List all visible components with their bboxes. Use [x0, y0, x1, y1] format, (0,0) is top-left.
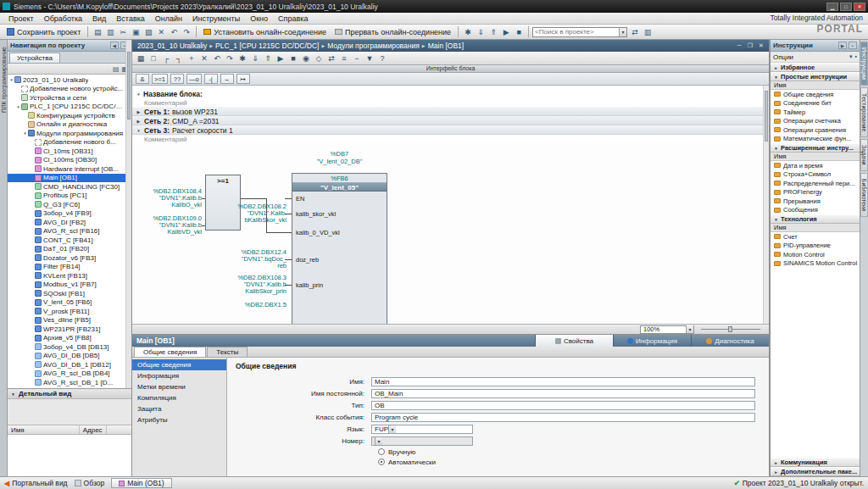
tree-item[interactable]: V_lent_05 [FB6]	[8, 298, 131, 308]
breadcrumb-item[interactable]: 2023_01_10 Uralkaliy	[136, 42, 209, 50]
network-3-comment[interactable]: Комментарий	[132, 135, 769, 143]
instruction-item[interactable]: Соединение бит	[771, 99, 860, 108]
zoom-slider-thumb[interactable]	[728, 326, 732, 332]
options-gear-icon[interactable]: ▾	[849, 53, 853, 60]
tree-item[interactable]: 3обор_v4_DB [DB13]	[8, 342, 131, 352]
tree-item[interactable]: ▾PLC_1 [CPU 1215C DC/DC/DC]	[8, 103, 131, 112]
operand-label[interactable]: %DB2.DBX1.5	[236, 302, 287, 308]
breadcrumb-item[interactable]: Модули программирования	[326, 42, 421, 50]
tree-item[interactable]: Ci_10ms [OB31]	[8, 147, 131, 156]
toolbar-cut-icon[interactable]: ✂	[117, 26, 129, 37]
subtab-Тексты[interactable]: Тексты	[207, 347, 248, 357]
minimize-button[interactable]: ▁	[826, 3, 838, 11]
menu-item-Обработка[interactable]: Обработка	[39, 13, 87, 25]
maximize-button[interactable]: □	[840, 3, 852, 11]
tree-item[interactable]: V_prosk [FB11]	[8, 307, 131, 316]
editor-cross-reference-icon[interactable]: ⇄	[326, 53, 337, 64]
tree-item[interactable]: AVG_R_scl [FB16]	[8, 227, 131, 236]
fb-pin-doz_reb[interactable]: doz_reb	[296, 257, 319, 264]
collapse-panel-icon[interactable]: ▶	[838, 42, 847, 49]
radio-Автоматически[interactable]	[378, 458, 385, 465]
editor-scrollbar[interactable]	[763, 86, 769, 324]
tree-item[interactable]: Filter [FB14]	[8, 263, 131, 272]
instruction-item[interactable]: Таймер	[771, 108, 860, 117]
caret-down-icon[interactable]: ▾	[136, 92, 142, 97]
collapse-panel-icon[interactable]: ◀	[110, 42, 119, 49]
fb-call-block[interactable]: %FB6 "V_lent_05" ENkalib_skor_vklkalib_0…	[292, 173, 387, 324]
section-Дополнительные паке...[interactable]: ▸Дополнительные паке...	[771, 467, 860, 476]
close-button[interactable]: ✕	[854, 3, 865, 11]
editor-delete-row-icon[interactable]: ✕	[198, 53, 210, 64]
network-1-header[interactable]: ▶ Сеть 1: вызов WP231	[132, 107, 769, 116]
instance-db-label[interactable]: %DB7 "V_lent_02_DB"	[292, 150, 387, 165]
tree-item[interactable]: Устройства и сети	[8, 93, 131, 103]
tree-item[interactable]: Ci_100ms [OB30]	[8, 156, 131, 165]
editor-compile-icon[interactable]: ✱	[236, 53, 248, 64]
tab-devices[interactable]: Устройства	[9, 53, 60, 63]
menu-item-Справка[interactable]: Справка	[273, 13, 313, 25]
instruction-item[interactable]: Motion Control	[771, 250, 860, 259]
editor-minimize-icon[interactable]: ─	[735, 42, 743, 49]
tree-item[interactable]: SQOskl [FB1]	[8, 289, 131, 298]
tree-item[interactable]: ▾Модули программирования	[8, 129, 131, 138]
network-3-header[interactable]: ▾ Сеть 3: Расчет скорости 1	[132, 125, 769, 135]
overview-button[interactable]: Обзор	[75, 479, 105, 487]
expander-icon[interactable]: ▾	[8, 77, 14, 82]
expander-icon[interactable]: ▾	[15, 104, 21, 109]
toolbar-split-editor-icon[interactable]: ▥	[642, 26, 654, 37]
toolbar-copy-icon[interactable]: ▣	[130, 26, 142, 37]
editor-open-branch-icon[interactable]: ┌	[160, 53, 172, 64]
tree-item[interactable]: WP231PR [FB231]	[8, 325, 131, 334]
props-nav-Метки времени[interactable]: Метки времени	[132, 381, 226, 392]
toolbar-download-to-device-icon[interactable]: ⇓	[475, 26, 487, 37]
left-edge-strip[interactable]: ПЛК программирование	[0, 40, 8, 476]
toolbar-undo-icon[interactable]: ↶	[168, 26, 180, 37]
editor-redo-icon[interactable]: ↷	[224, 53, 236, 64]
props-tab-Диагностика[interactable]: Диагностика	[691, 335, 769, 347]
tree-item[interactable]: Q_G3 [FC6]	[8, 200, 131, 209]
editor-upload-icon[interactable]: ⇑	[262, 53, 274, 64]
project-search-input[interactable]: <Поиск в проекте> ▾	[532, 27, 627, 37]
instruction-item[interactable]: Распределенный пери...	[771, 179, 860, 188]
toolbar-compile-icon[interactable]: ✱	[462, 26, 474, 37]
section-Простые инструкции[interactable]: ▾Простые инструкции	[771, 72, 860, 81]
chevron-down-icon[interactable]: ▾	[619, 28, 626, 36]
editor-close-icon[interactable]: ✕	[757, 42, 765, 49]
editor-close-branch-icon[interactable]: ┐	[173, 53, 185, 64]
block-comment[interactable]: Комментарий	[132, 98, 769, 107]
tree-item[interactable]: CMD_HANDLING [FC30]	[8, 182, 131, 192]
field-input-Имя постоянной:[interactable]: OB_Main	[371, 389, 755, 398]
fbd-network-canvas[interactable]: >=1 %DB7 "V_lent_02_DB" %FB6 "V_lent_05"…	[132, 143, 769, 324]
network-2-header[interactable]: ▶ Сеть 2: CMD_A =2031	[132, 116, 769, 125]
side-tab-Инструкции[interactable]: Инструкции	[860, 42, 868, 86]
toolbar-start-cpu-icon[interactable]: ▶	[500, 26, 512, 37]
props-nav-Защита[interactable]: Защита	[132, 403, 226, 414]
editor-help-icon[interactable]: ?	[376, 53, 388, 64]
fbd-tool-4[interactable]: -|	[204, 74, 218, 84]
toolbar-delete-icon[interactable]: ✕	[155, 26, 167, 37]
section-Технология[interactable]: ▾Технология	[771, 214, 860, 224]
editor-undo-icon[interactable]: ↶	[211, 53, 223, 64]
tree-item[interactable]: KVLent [FB13]	[8, 271, 131, 281]
menu-item-Вид[interactable]: Вид	[87, 13, 111, 25]
tree-item[interactable]: Добавление нового устройс...	[8, 85, 131, 94]
editor-maximize-icon[interactable]: ❐	[746, 42, 754, 49]
menu-item-Проект[interactable]: Проект	[3, 13, 39, 25]
editor-insert-network-icon[interactable]: ▦	[135, 53, 147, 64]
fbd-tool-0[interactable]: &	[136, 74, 149, 84]
caret-right-icon[interactable]: ▶	[136, 109, 142, 114]
side-tab-Тестирование[interactable]: Тестирование	[860, 87, 868, 137]
tree-item[interactable]: AVG_R_scl_DB_1 [D...	[8, 378, 131, 387]
tree-item[interactable]: AVG_DI_DB_1 [DB12]	[8, 360, 131, 370]
section-Расширенные инстру...[interactable]: ▾Расширенные инстру...	[771, 143, 860, 153]
open-editor-tab[interactable]: Main (OB1)	[111, 478, 171, 488]
tree-view-icon[interactable]: ▤	[113, 65, 120, 73]
breadcrumb-item[interactable]: Main [OB1]	[426, 42, 466, 50]
radio-Вручную[interactable]	[378, 448, 385, 455]
tree-item[interactable]: Конфигурация устройств	[8, 111, 131, 120]
toolbar-stop-cpu-icon[interactable]: ■	[513, 26, 525, 37]
fbd-tool-2[interactable]: ??	[170, 74, 184, 84]
save-project-button[interactable]: Сохранить проект	[3, 25, 84, 38]
expander-icon[interactable]: ▾	[22, 131, 28, 136]
toolbar-redo-icon[interactable]: ↷	[181, 26, 192, 37]
